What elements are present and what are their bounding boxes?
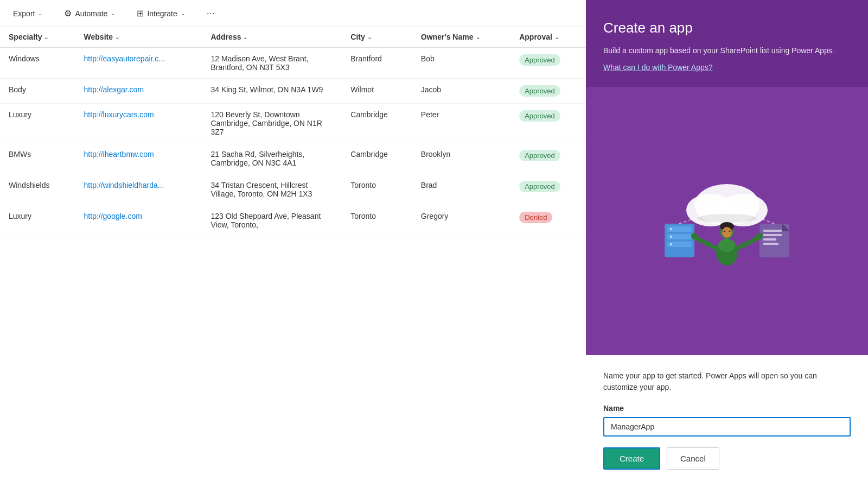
export-chevron-icon: ⌄ (38, 10, 42, 16)
cell-specialty: Luxury (0, 205, 75, 236)
cell-city: Brantford (342, 47, 412, 79)
website-link[interactable]: http://easyautorepair.c... (84, 54, 171, 63)
cell-city: Cambridge (342, 143, 412, 174)
cell-city: Toronto (342, 205, 412, 236)
svg-point-22 (718, 239, 736, 252)
cell-owner: Gregory (412, 205, 510, 236)
cell-specialty: Luxury (0, 104, 75, 143)
more-options-button[interactable]: ··· (202, 5, 219, 21)
panel-title: Create an app (603, 20, 851, 36)
website-link[interactable]: http://luxurycars.com (84, 110, 171, 119)
status-badge: Approved (519, 85, 560, 97)
cell-specialty: Body (0, 79, 75, 104)
illustration-area (586, 87, 868, 355)
approval-sort-icon: ⌄ (554, 34, 559, 40)
cell-approval: Approved (510, 47, 586, 79)
svg-rect-13 (763, 234, 782, 236)
table-row: Luxury http://luxurycars.com 120 Beverly… (0, 104, 586, 143)
export-button[interactable]: Export ⌄ (9, 7, 47, 20)
col-header-address[interactable]: Address ⌄ (202, 27, 342, 47)
website-link[interactable]: http://windshieldharda... (84, 181, 171, 189)
city-sort-icon: ⌄ (367, 34, 372, 40)
panel-link[interactable]: What can I do with Power Apps? (603, 63, 713, 72)
owner-sort-icon: ⌄ (476, 34, 480, 40)
svg-point-25 (691, 233, 698, 239)
table-row: BMWs http://iheartbmw.com 21 Sacha Rd, S… (0, 143, 586, 174)
integrate-icon: ⊞ (137, 8, 144, 18)
svg-point-26 (756, 233, 763, 239)
name-label: Name (603, 404, 851, 413)
svg-rect-14 (763, 238, 776, 241)
col-header-approval[interactable]: Approval ⌄ (510, 27, 586, 47)
specialty-sort-icon: ⌄ (44, 34, 48, 40)
form-buttons: Create Cancel (603, 447, 851, 470)
cell-approval: Approved (510, 143, 586, 174)
cell-city: Cambridge (342, 104, 412, 143)
table-row: Windows http://easyautorepair.c... 12 Ma… (0, 47, 586, 79)
status-badge: Approved (519, 54, 560, 66)
cell-website: http://luxurycars.com (75, 104, 202, 143)
svg-point-9 (670, 236, 672, 238)
toolbar: Export ⌄ ⚙ Automate ⌄ ⊞ Integrate ⌄ ··· (0, 0, 586, 27)
website-link[interactable]: http://alexgar.com (84, 85, 171, 94)
col-header-city[interactable]: City ⌄ (342, 27, 412, 47)
cell-owner: Bob (412, 47, 510, 79)
website-link[interactable]: http://iheartbmw.com (84, 150, 171, 159)
col-header-specialty[interactable]: Specialty ⌄ (0, 27, 75, 47)
cell-website: http://windshieldharda... (75, 174, 202, 205)
app-name-input[interactable] (603, 417, 851, 437)
svg-point-3 (697, 214, 757, 223)
cell-website: http://google.com (75, 205, 202, 236)
cell-website: http://alexgar.com (75, 79, 202, 104)
svg-point-31 (729, 231, 731, 232)
cell-address: 34 King St, Wilmot, ON N3A 1W9 (202, 79, 342, 104)
create-button[interactable]: Create (603, 447, 660, 470)
cancel-button[interactable]: Cancel (667, 447, 719, 470)
main-content: Export ⌄ ⚙ Automate ⌄ ⊞ Integrate ⌄ ··· … (0, 0, 586, 487)
website-link[interactable]: http://google.com (84, 212, 171, 220)
svg-point-29 (722, 227, 732, 238)
address-sort-icon: ⌄ (243, 34, 247, 40)
svg-point-30 (724, 231, 725, 232)
table-row: Body http://alexgar.com 34 King St, Wilm… (0, 79, 586, 104)
cell-owner: Brad (412, 174, 510, 205)
cell-specialty: BMWs (0, 143, 75, 174)
panel-description: Build a custom app based on your SharePo… (603, 45, 851, 56)
automate-chevron-icon: ⌄ (111, 10, 115, 16)
automate-icon: ⚙ (64, 8, 72, 18)
cell-approval: Approved (510, 104, 586, 143)
automate-label: Automate (75, 9, 107, 18)
integrate-label: Integrate (147, 9, 177, 18)
integrate-button[interactable]: ⊞ Integrate ⌄ (132, 6, 189, 21)
svg-line-24 (738, 237, 760, 248)
cell-specialty: Windshields (0, 174, 75, 205)
col-header-website[interactable]: Website ⌄ (75, 27, 202, 47)
svg-line-23 (694, 237, 716, 248)
svg-point-8 (670, 228, 672, 230)
table-row: Windshields http://windshieldharda... 34… (0, 174, 586, 205)
table-container: Specialty ⌄ Website ⌄ Address ⌄ (0, 27, 586, 487)
cell-owner: Jacob (412, 79, 510, 104)
cell-owner: Peter (412, 104, 510, 143)
status-badge: Denied (519, 212, 552, 223)
status-badge: Approved (519, 181, 560, 192)
svg-point-10 (670, 243, 672, 245)
cell-owner: Brooklyn (412, 143, 510, 174)
cell-address: 123 Old Sheppard Ave, Pleasant View, Tor… (202, 205, 342, 236)
cell-city: Wilmot (342, 79, 412, 104)
form-description: Name your app to get started. Power Apps… (603, 370, 851, 393)
automate-button[interactable]: ⚙ Automate ⌄ (60, 6, 119, 21)
integrate-chevron-icon: ⌄ (181, 10, 185, 16)
col-header-owner[interactable]: Owner's Name ⌄ (412, 27, 510, 47)
export-label: Export (13, 9, 35, 18)
svg-rect-12 (763, 230, 782, 232)
panel-top: Create an app Build a custom app based o… (586, 0, 868, 87)
website-sort-icon: ⌄ (115, 34, 119, 40)
svg-rect-15 (763, 243, 778, 245)
cell-website: http://easyautorepair.c... (75, 47, 202, 79)
cell-approval: Denied (510, 205, 586, 236)
cell-specialty: Windows (0, 47, 75, 79)
status-badge: Approved (519, 110, 560, 122)
cell-address: 12 Madison Ave, West Brant, Brantford, O… (202, 47, 342, 79)
cell-approval: Approved (510, 79, 586, 104)
